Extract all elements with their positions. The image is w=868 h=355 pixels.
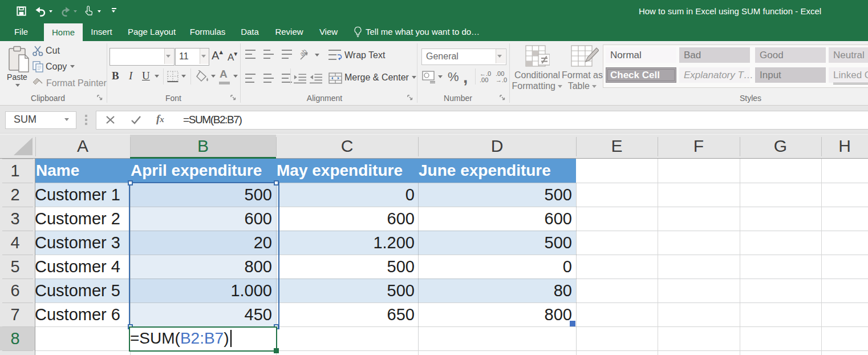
svg-text:ab: ab xyxy=(299,48,308,57)
